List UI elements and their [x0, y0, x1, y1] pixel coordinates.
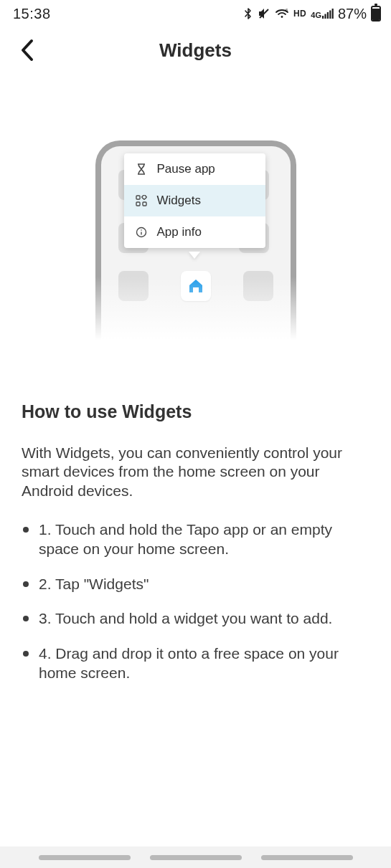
hd-indicator: HD — [293, 9, 306, 19]
mute-icon — [258, 7, 270, 20]
screen: 15:38 6 HD 4G 87% Wid — [0, 0, 391, 868]
back-button[interactable] — [13, 36, 42, 65]
battery-percent: 87% — [338, 6, 367, 22]
svg-rect-6 — [329, 11, 331, 19]
app-bar: Widgets — [0, 24, 391, 76]
svg-text:6: 6 — [286, 8, 288, 12]
widgets-icon — [136, 195, 147, 206]
svg-rect-10 — [143, 202, 146, 206]
article-lead: With Widgets, you can conveniently contr… — [22, 444, 369, 500]
tapo-app-icon — [181, 271, 211, 301]
status-icons: 6 HD 4G 87% — [243, 6, 381, 22]
step-item: 1. Touch and hold the Tapo app or an emp… — [22, 520, 369, 559]
illustration: Pause app Widgets App info — [0, 76, 391, 354]
article: How to use Widgets With Widgets, you can… — [0, 354, 391, 699]
context-menu: Pause app Widgets App info — [124, 153, 265, 248]
menu-app-info: App info — [124, 216, 265, 248]
svg-rect-5 — [327, 12, 329, 19]
menu-widgets: Widgets — [124, 185, 265, 216]
nav-recents[interactable] — [39, 855, 131, 860]
page-title: Widgets — [159, 39, 232, 62]
svg-rect-7 — [332, 9, 334, 19]
home-placeholder — [243, 271, 273, 301]
svg-point-1 — [281, 16, 283, 18]
home-placeholder — [118, 271, 149, 301]
house-icon — [187, 277, 204, 295]
menu-label: App info — [157, 225, 202, 239]
info-icon — [136, 226, 147, 238]
menu-label: Pause app — [157, 162, 215, 176]
step-item: 2. Tap "Widgets" — [22, 575, 369, 594]
phone-mockup: Pause app Widgets App info — [95, 140, 296, 354]
svg-rect-9 — [136, 202, 140, 206]
nav-home[interactable] — [150, 855, 242, 860]
status-time: 15:38 — [13, 6, 51, 22]
chevron-left-icon — [19, 38, 36, 62]
menu-label: Widgets — [157, 194, 201, 208]
bluetooth-icon — [243, 7, 253, 20]
status-bar: 15:38 6 HD 4G 87% — [0, 0, 391, 24]
step-item: 3. Touch and hold a widget you want to a… — [22, 609, 369, 629]
hourglass-icon — [136, 163, 147, 176]
svg-rect-4 — [324, 14, 326, 19]
svg-point-13 — [141, 229, 142, 231]
svg-rect-3 — [322, 16, 324, 19]
menu-pause-app: Pause app — [124, 153, 265, 185]
svg-rect-8 — [136, 196, 140, 199]
network-4g: 4G — [311, 12, 321, 19]
wifi-icon: 6 — [275, 8, 289, 19]
article-heading: How to use Widgets — [22, 401, 369, 422]
step-item: 4. Drag and drop it onto a free space on… — [22, 644, 369, 683]
signal-icon — [322, 9, 334, 19]
android-nav-bar — [0, 846, 391, 868]
steps-list: 1. Touch and hold the Tapo app or an emp… — [22, 520, 369, 683]
nav-back[interactable] — [261, 855, 353, 860]
battery-icon — [371, 6, 381, 22]
svg-rect-11 — [141, 195, 146, 200]
